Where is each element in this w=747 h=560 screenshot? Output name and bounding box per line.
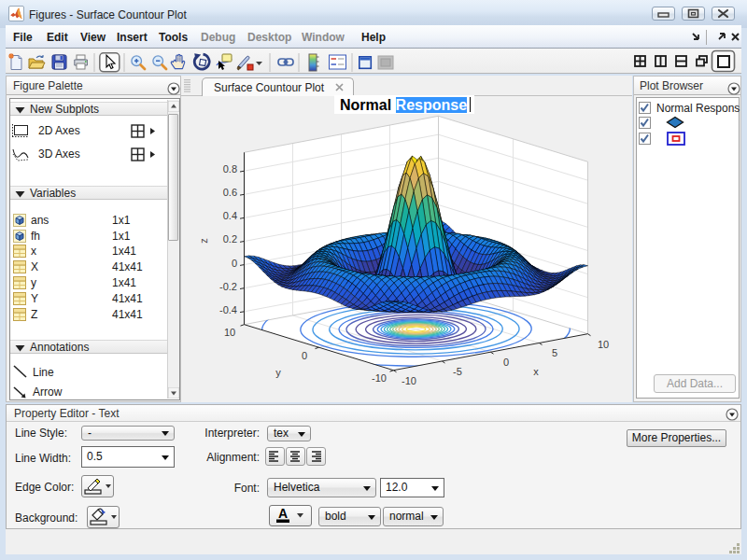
- svg-text:z: z: [198, 238, 209, 244]
- svg-text:0: 0: [503, 357, 509, 368]
- svg-text:0.6: 0.6: [223, 187, 237, 198]
- svg-text:10: 10: [598, 339, 609, 350]
- svg-text:0.4: 0.4: [223, 210, 237, 221]
- svg-text:-10: -10: [402, 375, 416, 386]
- svg-text:0: 0: [232, 258, 237, 269]
- svg-text:0.2: 0.2: [223, 233, 237, 245]
- svg-text:-5: -5: [453, 366, 462, 377]
- svg-text:0.8: 0.8: [223, 163, 237, 175]
- svg-text:5: 5: [552, 347, 557, 358]
- svg-text:x: x: [533, 366, 539, 377]
- svg-text:A: A: [278, 506, 288, 521]
- svg-text:y: y: [275, 367, 281, 378]
- svg-text:-0.2: -0.2: [219, 281, 237, 292]
- svg-text:0: 0: [302, 350, 307, 361]
- svg-text:-10: -10: [372, 372, 387, 384]
- svg-text:10: 10: [224, 327, 235, 338]
- svg-text:-0.4: -0.4: [219, 304, 237, 315]
